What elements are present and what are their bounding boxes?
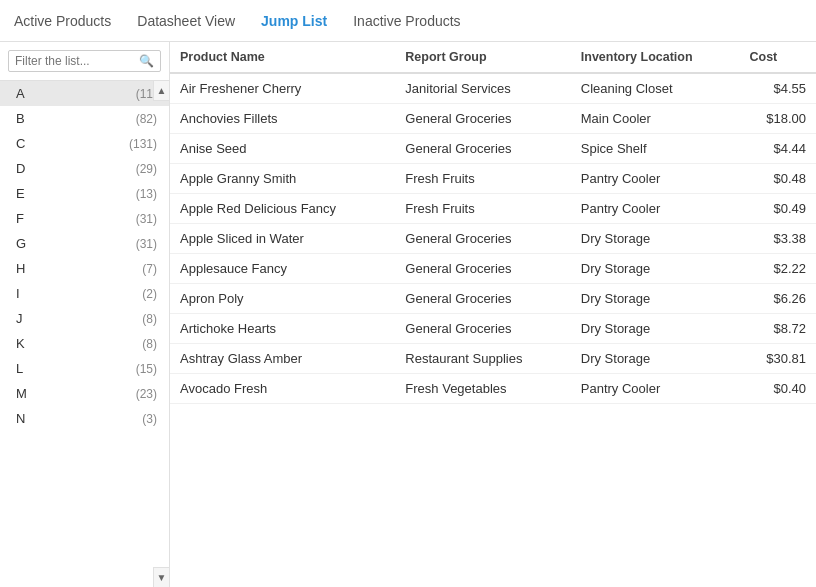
cell-inventory_location: Spice Shelf	[571, 134, 740, 164]
scroll-up-arrow[interactable]: ▲	[153, 81, 169, 101]
cell-inventory_location: Dry Storage	[571, 314, 740, 344]
table-header-row: Product NameReport GroupInventory Locati…	[170, 42, 816, 73]
table-body: Air Freshener CherryJanitorial ServicesC…	[170, 73, 816, 404]
cell-report_group: Restaurant Supplies	[395, 344, 570, 374]
table-row[interactable]: Apple Granny SmithFresh FruitsPantry Coo…	[170, 164, 816, 194]
jump-item-count: (2)	[142, 287, 157, 301]
cell-cost: $4.55	[740, 73, 817, 104]
table-row[interactable]: Avocado FreshFresh VegetablesPantry Cool…	[170, 374, 816, 404]
cell-report_group: General Groceries	[395, 314, 570, 344]
cell-product_name: Air Freshener Cherry	[170, 73, 395, 104]
cell-inventory_location: Pantry Cooler	[571, 374, 740, 404]
filter-input[interactable]	[15, 54, 135, 68]
table-row[interactable]: Apron PolyGeneral GroceriesDry Storage$6…	[170, 284, 816, 314]
table-row[interactable]: Ashtray Glass AmberRestaurant SuppliesDr…	[170, 344, 816, 374]
filter-box: 🔍	[0, 42, 169, 81]
cell-inventory_location: Dry Storage	[571, 254, 740, 284]
jump-item-count: (8)	[142, 337, 157, 351]
jump-item-count: (82)	[136, 112, 157, 126]
jump-item-letter: K	[16, 336, 25, 351]
jump-item-count: (29)	[136, 162, 157, 176]
main-layout: 🔍 A(11)B(82)C(131)D(29)E(13)F(31)G(31)H(…	[0, 42, 816, 587]
cell-report_group: General Groceries	[395, 284, 570, 314]
cell-cost: $4.44	[740, 134, 817, 164]
col-header-product_name: Product Name	[170, 42, 395, 73]
cell-cost: $0.40	[740, 374, 817, 404]
content-area: Product NameReport GroupInventory Locati…	[170, 42, 816, 587]
top-navigation: Active ProductsDatasheet ViewJump ListIn…	[0, 0, 816, 42]
jump-item-letter: F	[16, 211, 24, 226]
nav-item-inactive-products[interactable]: Inactive Products	[349, 11, 464, 31]
jump-item-E[interactable]: E(13)	[0, 181, 169, 206]
jump-item-L[interactable]: L(15)	[0, 356, 169, 381]
cell-product_name: Applesauce Fancy	[170, 254, 395, 284]
jump-list-scroll[interactable]: A(11)B(82)C(131)D(29)E(13)F(31)G(31)H(7)…	[0, 81, 169, 587]
cell-product_name: Apple Sliced in Water	[170, 224, 395, 254]
table-row[interactable]: Apple Sliced in WaterGeneral GroceriesDr…	[170, 224, 816, 254]
jump-item-A[interactable]: A(11)	[0, 81, 169, 106]
cell-report_group: Fresh Vegetables	[395, 374, 570, 404]
nav-item-datasheet-view[interactable]: Datasheet View	[133, 11, 239, 31]
cell-product_name: Anise Seed	[170, 134, 395, 164]
cell-product_name: Apple Red Delicious Fancy	[170, 194, 395, 224]
table-row[interactable]: Anchovies FilletsGeneral GroceriesMain C…	[170, 104, 816, 134]
jump-item-letter: M	[16, 386, 27, 401]
cell-cost: $0.49	[740, 194, 817, 224]
jump-item-letter: G	[16, 236, 26, 251]
cell-inventory_location: Cleaning Closet	[571, 73, 740, 104]
table-row[interactable]: Artichoke HeartsGeneral GroceriesDry Sto…	[170, 314, 816, 344]
jump-item-count: (7)	[142, 262, 157, 276]
jump-item-J[interactable]: J(8)	[0, 306, 169, 331]
jump-item-N[interactable]: N(3)	[0, 406, 169, 431]
cell-report_group: General Groceries	[395, 254, 570, 284]
jump-item-letter: C	[16, 136, 25, 151]
table-row[interactable]: Air Freshener CherryJanitorial ServicesC…	[170, 73, 816, 104]
cell-product_name: Ashtray Glass Amber	[170, 344, 395, 374]
cell-report_group: General Groceries	[395, 224, 570, 254]
cell-product_name: Artichoke Hearts	[170, 314, 395, 344]
cell-cost: $18.00	[740, 104, 817, 134]
col-header-cost: Cost	[740, 42, 817, 73]
cell-cost: $3.38	[740, 224, 817, 254]
jump-item-F[interactable]: F(31)	[0, 206, 169, 231]
jump-item-count: (31)	[136, 212, 157, 226]
cell-cost: $0.48	[740, 164, 817, 194]
jump-item-letter: N	[16, 411, 25, 426]
jump-item-H[interactable]: H(7)	[0, 256, 169, 281]
cell-inventory_location: Pantry Cooler	[571, 194, 740, 224]
jump-list-container: A(11)B(82)C(131)D(29)E(13)F(31)G(31)H(7)…	[0, 81, 169, 587]
table-row[interactable]: Apple Red Delicious FancyFresh FruitsPan…	[170, 194, 816, 224]
sidebar: 🔍 A(11)B(82)C(131)D(29)E(13)F(31)G(31)H(…	[0, 42, 170, 587]
col-header-report_group: Report Group	[395, 42, 570, 73]
cell-report_group: Fresh Fruits	[395, 164, 570, 194]
cell-inventory_location: Dry Storage	[571, 284, 740, 314]
search-icon: 🔍	[139, 54, 154, 68]
jump-item-count: (15)	[136, 362, 157, 376]
cell-product_name: Apple Granny Smith	[170, 164, 395, 194]
cell-product_name: Anchovies Fillets	[170, 104, 395, 134]
cell-inventory_location: Dry Storage	[571, 224, 740, 254]
table-row[interactable]: Applesauce FancyGeneral GroceriesDry Sto…	[170, 254, 816, 284]
jump-item-letter: L	[16, 361, 23, 376]
jump-item-letter: H	[16, 261, 25, 276]
nav-item-active-products[interactable]: Active Products	[10, 11, 115, 31]
jump-item-D[interactable]: D(29)	[0, 156, 169, 181]
jump-item-K[interactable]: K(8)	[0, 331, 169, 356]
table-row[interactable]: Anise SeedGeneral GroceriesSpice Shelf$4…	[170, 134, 816, 164]
jump-item-letter: B	[16, 111, 25, 126]
cell-report_group: General Groceries	[395, 134, 570, 164]
jump-item-M[interactable]: M(23)	[0, 381, 169, 406]
jump-item-count: (23)	[136, 387, 157, 401]
cell-cost: $30.81	[740, 344, 817, 374]
jump-item-letter: E	[16, 186, 25, 201]
jump-item-B[interactable]: B(82)	[0, 106, 169, 131]
jump-item-C[interactable]: C(131)	[0, 131, 169, 156]
cell-cost: $6.26	[740, 284, 817, 314]
jump-item-I[interactable]: I(2)	[0, 281, 169, 306]
scroll-down-arrow[interactable]: ▼	[153, 567, 169, 587]
cell-cost: $8.72	[740, 314, 817, 344]
nav-item-jump-list[interactable]: Jump List	[257, 11, 331, 31]
jump-item-G[interactable]: G(31)	[0, 231, 169, 256]
cell-inventory_location: Dry Storage	[571, 344, 740, 374]
jump-item-letter: I	[16, 286, 20, 301]
